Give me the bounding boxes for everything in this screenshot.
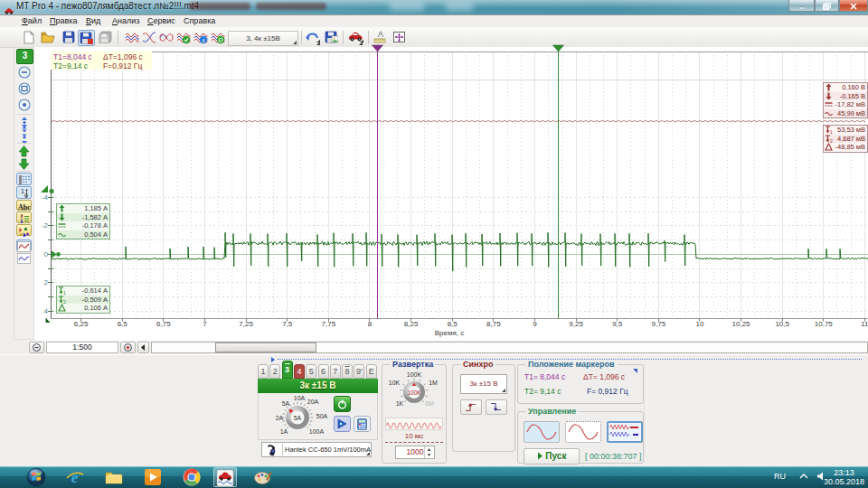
continuous-mode-button[interactable] <box>565 421 601 443</box>
taskbar-highlight <box>0 466 868 467</box>
svg-text:2: 2 <box>63 299 66 304</box>
svg-text:7,25: 7,25 <box>239 320 253 328</box>
oscilloscope-plot[interactable]: -4-20246,256,56,7577,257,57,7588,258,58,… <box>34 47 868 341</box>
channel-tab-E[interactable]: E <box>366 364 377 379</box>
sync-source-value: 3к ±15 В <box>469 380 497 388</box>
edge-rise-button[interactable] <box>460 399 482 415</box>
time-per-division: 10 мс <box>382 432 446 440</box>
svg-text:10,75: 10,75 <box>815 320 834 328</box>
channel-tab-5[interactable]: 5 <box>306 364 316 379</box>
tray-up-arrow-icon[interactable] <box>799 473 808 482</box>
scrollbar-thumb[interactable] <box>215 343 316 352</box>
channel-tab-8[interactable]: 8 <box>342 364 353 379</box>
channel-tab-7[interactable]: 7 <box>330 364 341 379</box>
marker-position-group: Положение маркеров T1= 8,044 с ΔT= 1,096… <box>517 364 644 404</box>
probe-selector[interactable]: Hantek CC-650 1mV/100mA <box>261 442 372 457</box>
current-markers-box: 1-0,614 А2-0,509 А0,106 А <box>56 286 110 314</box>
amp-range-20A: 20A <box>304 399 322 405</box>
voltage-markers-box: 153,53 мВ24,687 мВ-48,85 мВ <box>823 125 868 153</box>
measurement-row: -48,85 мВ <box>824 143 867 152</box>
probe-combo-divider <box>282 444 283 455</box>
measurement-row: 153,53 мВ <box>824 126 867 135</box>
svg-text:6,25: 6,25 <box>74 320 89 328</box>
acquisition-timer: [ 00:00:38:707 ] <box>585 452 642 461</box>
svg-text:8,25: 8,25 <box>404 320 419 328</box>
measurement-row: -0,165 В <box>824 92 867 101</box>
svg-text:-2: -2 <box>42 221 49 230</box>
svg-text:7,75: 7,75 <box>322 320 336 328</box>
amp-range-100A: 100A <box>307 428 326 435</box>
sweep-range-100K: 100K <box>405 371 423 378</box>
autoset-button[interactable] <box>334 416 351 432</box>
measurement-value: 4,687 мВ <box>834 135 865 143</box>
sweep-range-6M: 6M <box>420 400 439 407</box>
sync-corner-arrow <box>502 389 505 392</box>
edge-fall-button[interactable] <box>486 399 507 415</box>
current-stats-box: 1,185 А-1,582 А-0,178 А0,504 А <box>56 203 110 239</box>
measurement-value: 45,99 мВ <box>834 109 865 117</box>
marker-group-title: Положение маркеров <box>525 360 618 369</box>
samples-spinner[interactable]: 1000 ▲▼ <box>395 446 435 459</box>
measurement-row: 0,106 А <box>57 304 109 313</box>
chrome-icon[interactable] <box>180 467 203 487</box>
calculator-button[interactable] <box>354 416 371 432</box>
sweep-range-1K: 1K <box>391 400 409 407</box>
svg-text:7,5: 7,5 <box>282 320 293 328</box>
start-orb[interactable] <box>24 467 48 487</box>
channel-knob-panel: 5A 10A20A50A100A1A2A5A <box>258 393 378 440</box>
panel-f-value: F= 0,912 Гц <box>587 387 628 396</box>
explorer-folder-icon[interactable] <box>102 467 126 487</box>
voltage-stats-box: 0,160 В-0,165 В-17,82 мВ45,99 мВ <box>823 82 868 118</box>
start-button[interactable]: Пуск <box>524 448 580 465</box>
measurement-value: 53,53 мВ <box>834 126 865 134</box>
svg-text:7: 7 <box>203 320 207 328</box>
scroll-left-button[interactable] <box>137 342 149 353</box>
channel-tab-1[interactable]: 1 <box>258 364 269 379</box>
collapse-arrow-icon[interactable] <box>633 369 637 373</box>
channel-tab-2[interactable]: 2 <box>269 364 280 379</box>
internet-explorer-icon[interactable]: e <box>63 467 87 487</box>
zoom-in-button[interactable] <box>120 342 136 353</box>
sync-source-combo[interactable]: 3к ±15 В <box>460 374 507 394</box>
panel-t1-value: T1= 8,044 с <box>524 372 565 381</box>
sweep-waveform-preview <box>385 418 443 430</box>
channel-power-button[interactable] <box>334 396 351 412</box>
tray-time: 23:13 <box>824 468 864 477</box>
svg-text:1: 1 <box>830 129 833 134</box>
clamp-probe-icon <box>265 444 280 456</box>
channel-tab-9'[interactable]: 9' <box>354 364 364 379</box>
svg-text:2: 2 <box>44 278 49 286</box>
sync-group-title: Синхро <box>460 360 495 369</box>
panel-dt-value: ΔT= 1,096 с <box>583 372 625 381</box>
stream-mode-button[interactable] <box>607 421 643 443</box>
measurement-value: -0,165 В <box>834 92 865 100</box>
paint-icon[interactable] <box>251 467 275 487</box>
media-player-icon[interactable] <box>141 467 165 487</box>
control-group-title: Управление <box>525 407 579 416</box>
measurement-row: 1,185 А <box>57 204 109 213</box>
samples-value: 1000 <box>407 447 424 456</box>
tray-clock[interactable]: 23:13 30.05.2018 <box>824 468 864 486</box>
sweep-knob-center-value: 100K <box>407 389 421 396</box>
mtpro-taskbar-item[interactable] <box>213 467 237 487</box>
svg-text:8,5: 8,5 <box>448 320 458 328</box>
svg-text:10: 10 <box>695 320 703 328</box>
zoom-out-button[interactable] <box>29 342 44 353</box>
channel-tab-6[interactable]: 6 <box>318 364 329 379</box>
tray-date: 30.05.2018 <box>824 477 864 486</box>
tray-language[interactable]: RU <box>774 472 786 481</box>
measurement-value: -17,82 мВ <box>834 100 865 108</box>
knob-center-value: 5A <box>294 415 302 421</box>
channel-tab-3[interactable]: 3 <box>282 361 293 379</box>
sync-group: Синхро 3к ±15 В <box>452 364 515 452</box>
scrollbar-track[interactable] <box>151 342 868 353</box>
measurement-row: 24,687 мВ <box>824 135 867 144</box>
channel-tab-4[interactable]: 4 <box>294 364 305 379</box>
sweep-group-title: Развертка <box>390 360 436 369</box>
spinner-arrows[interactable]: ▲▼ <box>424 446 433 458</box>
measurement-row: 0,504 А <box>57 230 109 239</box>
sweep-ruler-line <box>385 442 443 443</box>
sweep-range-1M: 1M <box>424 380 442 386</box>
single-shot-mode-button[interactable] <box>524 421 560 443</box>
max-arrow-icon <box>58 204 67 212</box>
